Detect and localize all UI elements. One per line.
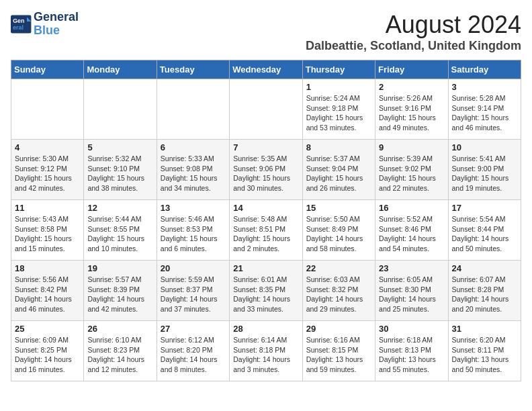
calendar-cell: 4Sunrise: 5:30 AM Sunset: 9:12 PM Daylig… (11, 140, 84, 200)
calendar-cell: 27Sunrise: 6:12 AM Sunset: 8:20 PM Dayli… (157, 321, 229, 381)
calendar-cell: 21Sunrise: 6:01 AM Sunset: 8:35 PM Dayli… (230, 261, 302, 321)
day-number: 18 (15, 263, 80, 273)
day-number: 15 (306, 203, 371, 213)
week-row-4: 18Sunrise: 5:56 AM Sunset: 8:42 PM Dayli… (11, 261, 521, 321)
column-header-thursday: Thursday (302, 60, 375, 79)
day-number: 3 (452, 82, 517, 92)
calendar-table: SundayMondayTuesdayWednesdayThursdayFrid… (11, 60, 521, 381)
day-number: 19 (87, 263, 152, 273)
calendar-cell: 10Sunrise: 5:41 AM Sunset: 9:00 PM Dayli… (448, 140, 521, 200)
day-number: 12 (87, 203, 152, 213)
column-header-friday: Friday (375, 60, 448, 79)
day-info: Sunrise: 6:07 AM Sunset: 8:28 PM Dayligh… (452, 275, 517, 314)
day-info: Sunrise: 5:35 AM Sunset: 9:06 PM Dayligh… (233, 154, 298, 193)
day-number: 14 (233, 203, 298, 213)
day-number: 16 (379, 203, 444, 213)
day-info: Sunrise: 5:32 AM Sunset: 9:10 PM Dayligh… (87, 154, 152, 193)
day-number: 21 (233, 263, 298, 273)
calendar-cell: 3Sunrise: 5:28 AM Sunset: 9:14 PM Daylig… (448, 79, 521, 140)
calendar-cell: 13Sunrise: 5:46 AM Sunset: 8:53 PM Dayli… (157, 200, 229, 261)
day-number: 31 (452, 324, 517, 334)
column-header-monday: Monday (84, 60, 157, 79)
column-header-wednesday: Wednesday (230, 60, 302, 79)
day-info: Sunrise: 6:20 AM Sunset: 8:11 PM Dayligh… (452, 335, 517, 375)
calendar-cell: 16Sunrise: 5:52 AM Sunset: 8:46 PM Dayli… (375, 200, 448, 261)
calendar-cell: 6Sunrise: 5:33 AM Sunset: 9:08 PM Daylig… (157, 140, 229, 200)
calendar-cell: 25Sunrise: 6:09 AM Sunset: 8:25 PM Dayli… (11, 321, 84, 381)
day-info: Sunrise: 5:30 AM Sunset: 9:12 PM Dayligh… (15, 154, 80, 193)
calendar-cell (230, 79, 302, 140)
day-number: 20 (161, 263, 226, 273)
day-info: Sunrise: 5:41 AM Sunset: 9:00 PM Dayligh… (452, 154, 517, 193)
day-number: 28 (233, 324, 298, 334)
day-number: 26 (87, 324, 152, 334)
calendar-cell: 19Sunrise: 5:57 AM Sunset: 8:39 PM Dayli… (84, 261, 157, 321)
day-number: 6 (161, 142, 226, 152)
week-row-5: 25Sunrise: 6:09 AM Sunset: 8:25 PM Dayli… (11, 321, 521, 381)
logo-icon: Gen eral (11, 15, 32, 34)
calendar-cell: 24Sunrise: 6:07 AM Sunset: 8:28 PM Dayli… (448, 261, 521, 321)
calendar-cell: 18Sunrise: 5:56 AM Sunset: 8:42 PM Dayli… (11, 261, 84, 321)
day-info: Sunrise: 6:10 AM Sunset: 8:23 PM Dayligh… (87, 335, 152, 375)
day-info: Sunrise: 5:52 AM Sunset: 8:46 PM Dayligh… (379, 214, 444, 254)
week-row-1: 1Sunrise: 5:24 AM Sunset: 9:18 PM Daylig… (11, 79, 521, 140)
day-number: 27 (161, 324, 226, 334)
day-info: Sunrise: 5:56 AM Sunset: 8:42 PM Dayligh… (15, 275, 80, 314)
day-info: Sunrise: 5:50 AM Sunset: 8:49 PM Dayligh… (306, 214, 371, 254)
day-info: Sunrise: 6:01 AM Sunset: 8:35 PM Dayligh… (233, 275, 298, 314)
page-header: Gen eral General Blue August 2024 Dalbea… (11, 11, 521, 53)
day-info: Sunrise: 6:16 AM Sunset: 8:15 PM Dayligh… (306, 335, 371, 375)
day-info: Sunrise: 5:43 AM Sunset: 8:58 PM Dayligh… (15, 214, 80, 254)
calendar-cell: 5Sunrise: 5:32 AM Sunset: 9:10 PM Daylig… (84, 140, 157, 200)
calendar-cell: 17Sunrise: 5:54 AM Sunset: 8:44 PM Dayli… (448, 200, 521, 261)
day-number: 17 (452, 203, 517, 213)
calendar-cell: 2Sunrise: 5:26 AM Sunset: 9:16 PM Daylig… (375, 79, 448, 140)
day-info: Sunrise: 5:54 AM Sunset: 8:44 PM Dayligh… (452, 214, 517, 254)
svg-text:eral: eral (13, 24, 24, 31)
day-info: Sunrise: 6:05 AM Sunset: 8:30 PM Dayligh… (379, 275, 444, 314)
calendar-cell: 20Sunrise: 5:59 AM Sunset: 8:37 PM Dayli… (157, 261, 229, 321)
day-info: Sunrise: 5:24 AM Sunset: 9:18 PM Dayligh… (306, 93, 371, 133)
day-info: Sunrise: 5:37 AM Sunset: 9:04 PM Dayligh… (306, 154, 371, 193)
day-number: 7 (233, 142, 298, 152)
day-info: Sunrise: 5:44 AM Sunset: 8:55 PM Dayligh… (87, 214, 152, 254)
calendar-header-row: SundayMondayTuesdayWednesdayThursdayFrid… (11, 60, 521, 79)
day-number: 25 (15, 324, 80, 334)
day-info: Sunrise: 6:09 AM Sunset: 8:25 PM Dayligh… (15, 335, 80, 375)
day-number: 2 (379, 82, 444, 92)
svg-text:Gen: Gen (13, 17, 24, 24)
column-header-tuesday: Tuesday (157, 60, 229, 79)
day-number: 29 (306, 324, 371, 334)
day-number: 13 (161, 203, 226, 213)
day-number: 23 (379, 263, 444, 273)
day-number: 8 (306, 142, 371, 152)
day-number: 10 (452, 142, 517, 152)
day-info: Sunrise: 6:03 AM Sunset: 8:32 PM Dayligh… (306, 275, 371, 314)
calendar-cell: 31Sunrise: 6:20 AM Sunset: 8:11 PM Dayli… (448, 321, 521, 381)
calendar-cell: 30Sunrise: 6:18 AM Sunset: 8:13 PM Dayli… (375, 321, 448, 381)
calendar-cell: 7Sunrise: 5:35 AM Sunset: 9:06 PM Daylig… (230, 140, 302, 200)
calendar-cell: 12Sunrise: 5:44 AM Sunset: 8:55 PM Dayli… (84, 200, 157, 261)
calendar-cell (84, 79, 157, 140)
calendar-cell: 1Sunrise: 5:24 AM Sunset: 9:18 PM Daylig… (302, 79, 375, 140)
day-number: 30 (379, 324, 444, 334)
day-number: 22 (306, 263, 371, 273)
week-row-2: 4Sunrise: 5:30 AM Sunset: 9:12 PM Daylig… (11, 140, 521, 200)
logo-text: General Blue (34, 11, 79, 38)
day-info: Sunrise: 6:18 AM Sunset: 8:13 PM Dayligh… (379, 335, 444, 375)
week-row-3: 11Sunrise: 5:43 AM Sunset: 8:58 PM Dayli… (11, 200, 521, 261)
day-info: Sunrise: 5:59 AM Sunset: 8:37 PM Dayligh… (161, 275, 226, 314)
calendar-cell: 23Sunrise: 6:05 AM Sunset: 8:30 PM Dayli… (375, 261, 448, 321)
column-header-sunday: Sunday (11, 60, 84, 79)
day-number: 1 (306, 82, 371, 92)
day-info: Sunrise: 6:12 AM Sunset: 8:20 PM Dayligh… (161, 335, 226, 375)
column-header-saturday: Saturday (448, 60, 521, 79)
subtitle: Dalbeattie, Scotland, United Kingdom (306, 39, 521, 53)
calendar-cell: 14Sunrise: 5:48 AM Sunset: 8:51 PM Dayli… (230, 200, 302, 261)
title-block: August 2024 Dalbeattie, Scotland, United… (306, 11, 521, 53)
day-number: 9 (379, 142, 444, 152)
day-info: Sunrise: 5:39 AM Sunset: 9:02 PM Dayligh… (379, 154, 444, 193)
main-title: August 2024 (306, 11, 521, 39)
calendar-cell (11, 79, 84, 140)
day-info: Sunrise: 5:48 AM Sunset: 8:51 PM Dayligh… (233, 214, 298, 254)
